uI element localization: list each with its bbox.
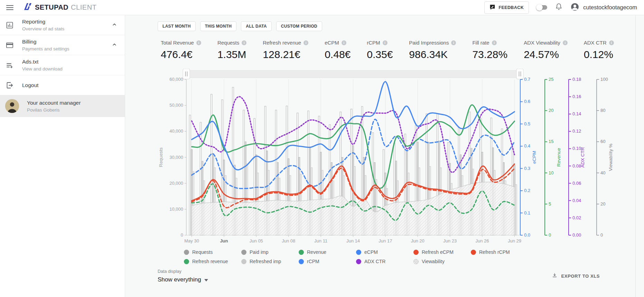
info-icon[interactable] bbox=[196, 40, 201, 45]
legend-item[interactable]: Refresh revenue bbox=[184, 259, 241, 264]
svg-text:0.6: 0.6 bbox=[524, 99, 530, 104]
info-icon[interactable] bbox=[304, 40, 308, 45]
brand-suffix: CLIENT bbox=[71, 3, 97, 11]
sidebar-item-adstxt[interactable]: Ads.txt View and download bbox=[0, 55, 125, 75]
period-this-month[interactable]: THIS MONTH bbox=[200, 21, 237, 31]
info-icon[interactable] bbox=[383, 40, 388, 45]
stat-value: 0.48€ bbox=[325, 49, 351, 60]
svg-text:Jun 23: Jun 23 bbox=[443, 238, 457, 243]
logout-icon bbox=[5, 81, 14, 89]
stat-paid-impressions: Paid Impressions 986.34K bbox=[409, 40, 456, 60]
legend-item[interactable]: Refresh rCPM bbox=[471, 249, 528, 255]
legend-item[interactable]: Requests bbox=[184, 249, 241, 255]
svg-text:Jun 20: Jun 20 bbox=[411, 238, 424, 243]
chart-legend: Requests Paid imp Revenue eCPM Refresh e… bbox=[184, 249, 644, 264]
toggle-knob bbox=[536, 4, 543, 11]
stat-value: 476.4€ bbox=[161, 49, 201, 60]
stat-value: 0.35€ bbox=[367, 49, 393, 60]
svg-text:50,000: 50,000 bbox=[169, 103, 183, 108]
app-logo[interactable]: SETUPAD CLIENT bbox=[24, 3, 97, 12]
svg-text:15: 15 bbox=[549, 139, 553, 144]
chevron-up-icon[interactable] bbox=[112, 22, 117, 29]
content-edge-divider bbox=[635, 15, 636, 297]
chart-canvas[interactable]: 010,00020,00030,00040,00050,00060,000Req… bbox=[158, 69, 642, 244]
legend-item[interactable]: ADX CTR bbox=[356, 259, 413, 264]
topbar: SETUPAD CLIENT FEEDBACK cutestockfootage… bbox=[0, 0, 644, 15]
svg-text:Jun 08: Jun 08 bbox=[282, 238, 295, 243]
manager-label: Your account manager bbox=[27, 100, 117, 106]
svg-text:10,000: 10,000 bbox=[169, 207, 183, 212]
info-icon[interactable] bbox=[342, 40, 346, 45]
svg-text:0.00: 0.00 bbox=[572, 232, 581, 238]
legend-swatch bbox=[299, 259, 304, 264]
sidebar-item-reporting[interactable]: Reporting Overview of ad stats bbox=[0, 15, 125, 35]
legend-item[interactable]: Paid imp bbox=[241, 249, 299, 255]
data-display-control: Data display Show everything bbox=[158, 269, 208, 283]
credit-card-icon bbox=[5, 41, 14, 49]
svg-text:0.5: 0.5 bbox=[524, 121, 530, 126]
legend-item[interactable]: Viewability bbox=[413, 259, 471, 264]
info-icon[interactable] bbox=[609, 40, 614, 45]
ad-stats-chart[interactable]: 010,00020,00030,00040,00050,00060,000Req… bbox=[158, 69, 644, 245]
svg-text:20: 20 bbox=[549, 108, 553, 113]
legend-item[interactable]: Refresh eCPM bbox=[413, 249, 471, 255]
sidebar-account-manager[interactable]: Your account manager Povilas Goberis bbox=[0, 95, 125, 117]
feedback-button[interactable]: FEEDBACK bbox=[484, 1, 529, 14]
svg-text:0: 0 bbox=[549, 232, 551, 238]
legend-item[interactable]: rCPM bbox=[299, 259, 356, 264]
stat-adx-ctr: ADX CTR 0.12% bbox=[584, 40, 614, 60]
export-to-xls-button[interactable]: EXPORT TO XLS bbox=[552, 272, 600, 279]
notifications-bell-icon[interactable] bbox=[555, 3, 562, 12]
sidebar-item-label: Logout bbox=[22, 82, 117, 88]
svg-text:0.3: 0.3 bbox=[524, 166, 530, 171]
svg-text:0.16: 0.16 bbox=[572, 94, 581, 99]
svg-text:Jun: Jun bbox=[220, 238, 228, 243]
legend-item[interactable]: Revenue bbox=[299, 249, 356, 255]
svg-text:20: 20 bbox=[600, 201, 605, 207]
svg-text:ADX CTR: ADX CTR bbox=[580, 147, 585, 168]
sidebar-item-logout[interactable]: Logout bbox=[0, 75, 125, 95]
svg-text:100: 100 bbox=[600, 77, 608, 82]
chevron-up-icon[interactable] bbox=[112, 42, 117, 49]
svg-text:0.12: 0.12 bbox=[572, 128, 581, 134]
svg-text:0: 0 bbox=[600, 232, 603, 238]
stat-value: 24.57% bbox=[524, 49, 568, 60]
info-icon[interactable] bbox=[492, 40, 497, 45]
legend-swatch bbox=[241, 250, 246, 255]
period-custom[interactable]: CUSTOM PERIOD bbox=[276, 21, 322, 31]
sidebar: Reporting Overview of ad stats Billing P… bbox=[0, 15, 125, 297]
svg-text:0.04: 0.04 bbox=[572, 198, 581, 203]
svg-text:30,000: 30,000 bbox=[169, 155, 183, 160]
stat-total-revenue: Total Revenue 476.4€ bbox=[161, 40, 201, 60]
period-last-month[interactable]: LAST MONTH bbox=[158, 21, 196, 31]
username: cutestockfootagecom bbox=[583, 4, 637, 11]
stat-requests: Requests 1.35M bbox=[217, 40, 246, 60]
user-account[interactable]: cutestockfootagecom bbox=[570, 2, 637, 13]
stat-value: 1.35M bbox=[217, 49, 246, 60]
info-icon[interactable] bbox=[563, 40, 568, 45]
sidebar-item-label: Ads.txt bbox=[22, 59, 117, 65]
svg-text:Jun 17: Jun 17 bbox=[379, 238, 392, 243]
stat-refresh-revenue: Refresh revenue 128.21€ bbox=[263, 40, 308, 60]
svg-text:5: 5 bbox=[549, 201, 551, 207]
info-icon[interactable] bbox=[242, 40, 246, 45]
info-icon[interactable] bbox=[451, 40, 456, 45]
legend-item[interactable]: eCPM bbox=[356, 249, 413, 255]
menu-icon[interactable] bbox=[6, 5, 13, 10]
sidebar-item-billing[interactable]: Billing Payments and settings bbox=[0, 35, 125, 55]
svg-text:40: 40 bbox=[600, 170, 605, 175]
svg-text:0.14: 0.14 bbox=[572, 111, 581, 116]
svg-text:0.7: 0.7 bbox=[524, 77, 530, 82]
svg-text:0: 0 bbox=[181, 232, 183, 238]
legend-item[interactable]: Refreshed imp bbox=[241, 259, 299, 264]
svg-text:May 30: May 30 bbox=[184, 238, 199, 243]
period-all-data[interactable]: ALL DATA bbox=[241, 21, 271, 31]
caret-down-icon bbox=[204, 276, 208, 283]
data-display-dropdown[interactable]: Show everything bbox=[158, 276, 208, 283]
stat-value: 0.12% bbox=[584, 49, 614, 60]
svg-text:0.1: 0.1 bbox=[524, 210, 530, 215]
period-selector: LAST MONTH THIS MONTH ALL DATA CUSTOM PE… bbox=[158, 21, 644, 31]
theme-toggle[interactable] bbox=[537, 5, 547, 10]
sidebar-item-sublabel: Overview of ad stats bbox=[22, 26, 112, 31]
legend-swatch bbox=[471, 250, 476, 255]
